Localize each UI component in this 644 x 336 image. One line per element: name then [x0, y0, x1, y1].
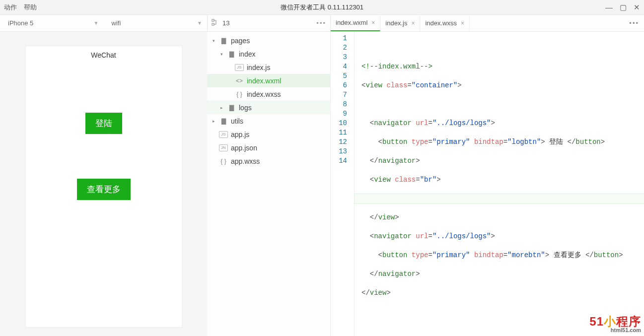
wxss-file-icon: { }: [235, 91, 244, 98]
tree-folder-pages[interactable]: ▾ ▇ pages: [207, 34, 330, 47]
json-file-icon: JN: [219, 144, 228, 151]
editor-tabs: index.wxml × index.js × index.wxss × •••: [331, 15, 644, 31]
caret-right-icon: ▸: [219, 105, 224, 110]
tab-index-js[interactable]: index.js ×: [380, 15, 420, 31]
tab-index-wxml[interactable]: index.wxml ×: [331, 15, 380, 31]
tab-label: index.js: [385, 19, 407, 27]
tree-label: index.js: [247, 64, 270, 71]
simulator-pane: WeChat 登陆 查看更多: [0, 32, 207, 336]
close-icon[interactable]: ✕: [634, 3, 640, 12]
minimize-icon[interactable]: —: [605, 3, 613, 12]
tree-file-index-wxss[interactable]: { } index.wxss: [207, 87, 330, 101]
svg-rect-1: [212, 23, 214, 25]
window-title: 微信开发者工具 0.11.112301: [281, 3, 363, 12]
folder-icon: ▇: [227, 104, 236, 111]
menu-help[interactable]: 帮助: [24, 3, 37, 12]
toolbar: iPhone 5 ▼ wifi ▼ 13 ••• index.wxml × in…: [0, 15, 644, 32]
wxss-file-icon: { }: [219, 158, 228, 165]
tab-label: index.wxml: [336, 19, 367, 26]
explorer-toolbar: 13 •••: [207, 15, 331, 31]
js-file-icon: JS: [235, 64, 244, 71]
tree-label: app.wxss: [231, 157, 260, 165]
device-dropdown-value: iPhone 5: [8, 19, 33, 27]
caret-right-icon: ▸: [211, 119, 216, 124]
network-dropdown[interactable]: wifi ▼: [104, 15, 208, 31]
login-button[interactable]: 登陆: [85, 113, 122, 134]
tree-file-app-js[interactable]: JS app.js: [207, 128, 330, 141]
maximize-icon[interactable]: ▢: [620, 3, 627, 12]
tab-index-wxss[interactable]: index.wxss ×: [420, 15, 470, 31]
menu-action[interactable]: 动作: [4, 3, 17, 12]
explorer-more-icon[interactable]: •••: [316, 19, 326, 27]
caret-down-icon: ▾: [211, 38, 216, 43]
tab-close-icon[interactable]: ×: [411, 20, 415, 27]
file-explorer: ▾ ▇ pages ▾ ▇ index JS index.js <> index…: [207, 32, 331, 336]
tabs-overflow-icon[interactable]: •••: [624, 15, 644, 31]
network-dropdown-value: wifi: [112, 19, 121, 27]
device-dropdown[interactable]: iPhone 5 ▼: [0, 15, 104, 31]
tree-folder-index[interactable]: ▾ ▇ index: [207, 47, 330, 61]
tab-label: index.wxss: [425, 19, 457, 27]
tree-label: app.js: [231, 131, 249, 138]
tree-label: utils: [231, 117, 243, 125]
folder-icon: ▇: [227, 51, 236, 58]
tree-icon: [212, 19, 218, 27]
svg-rect-0: [212, 19, 214, 21]
tab-close-icon[interactable]: ×: [371, 19, 375, 26]
tree-label: index.wxml: [247, 77, 281, 85]
line-gutter: 1234567891011121314: [331, 32, 355, 336]
code-editor[interactable]: 1234567891011121314 <!--index.wxml--> <v…: [331, 32, 644, 336]
tree-label: logs: [239, 104, 252, 112]
code-content[interactable]: <!--index.wxml--> <view class="container…: [355, 32, 644, 336]
tree-label: index.wxss: [247, 90, 281, 98]
phone-title: WeChat: [26, 46, 182, 59]
js-file-icon: JS: [219, 131, 228, 138]
tree-file-app-wxss[interactable]: { } app.wxss: [207, 154, 330, 168]
tab-close-icon[interactable]: ×: [461, 20, 464, 27]
view-more-button[interactable]: 查看更多: [77, 179, 131, 200]
phone-body: 登陆 查看更多: [26, 59, 182, 200]
chevron-down-icon: ▼: [197, 20, 202, 26]
tree-file-index-wxml[interactable]: <> index.wxml: [207, 74, 330, 87]
caret-down-icon: ▾: [219, 52, 224, 57]
wxml-file-icon: <>: [235, 77, 244, 84]
main: WeChat 登陆 查看更多 ▾ ▇ pages ▾ ▇ index JS in…: [0, 32, 644, 336]
titlebar: 动作 帮助 微信开发者工具 0.11.112301 — ▢ ✕: [0, 0, 644, 15]
tree-label: pages: [231, 37, 250, 45]
tree-file-app-json[interactable]: JN app.json: [207, 141, 330, 154]
phone-frame: WeChat 登陆 查看更多: [25, 46, 182, 328]
tree-folder-utils[interactable]: ▸ ▇ utils: [207, 114, 330, 128]
simulator-controls: iPhone 5 ▼ wifi ▼: [0, 15, 207, 31]
chevron-down-icon: ▼: [94, 20, 99, 26]
folder-icon: ▇: [219, 37, 228, 44]
explorer-count: 13: [222, 19, 316, 27]
tree-label: app.json: [231, 144, 257, 152]
tree-file-index-js[interactable]: JS index.js: [207, 61, 330, 74]
tree-folder-logs[interactable]: ▸ ▇ logs: [207, 101, 330, 114]
folder-icon: ▇: [219, 118, 228, 125]
tree-label: index: [239, 50, 255, 58]
